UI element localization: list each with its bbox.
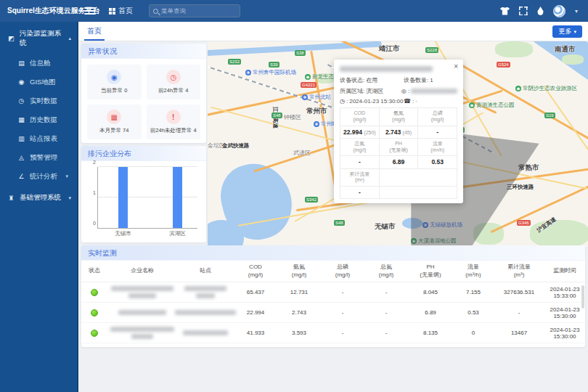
map-poi[interactable]: ♣常阴沙生态农业旅游区 [515,85,577,92]
column-label: 总氮 [364,264,408,271]
table-row[interactable]: 22.9942.743--6.890.53-2024-01-23 15:30:0… [81,303,585,323]
redacted-text [183,330,228,335]
map-label[interactable]: 无锡市 [375,222,396,232]
metric-value: 2.743 (45) [380,126,419,139]
realtime-monitoring-panel: 实时监测 状态企业名称站点COD(mg/l)氨氮(mg/l)总磷(mg/l)总氮… [81,245,585,347]
gis-map[interactable]: 靖江市南通市常州市常熟市无锡市钟楼区武进区金坛区金武快速路三环快速路沪宜高速江宜… [208,41,588,247]
table-scrollbar[interactable] [581,285,584,309]
card-24h-unhandled-abnormal[interactable]: ! 前24h未处理异常 4 [147,105,201,139]
map-label[interactable]: 常州市 [306,107,327,116]
menu-search[interactable] [149,4,240,17]
sidebar-item-history-data[interactable]: ▦ 历史数据 [0,110,77,129]
map-label[interactable]: 靖江市 [379,44,400,54]
value-cell: 327636.531 [494,289,544,295]
station-name-redacted [177,286,234,298]
redacted-text [196,293,215,298]
sidebar-item-alert-management[interactable]: ◬ 预警管理 [0,148,77,167]
column-label: PH [408,264,453,271]
popup-time: 2024-01-23 15:30:00 [349,98,403,105]
region-value: 滨湖区 [366,87,383,95]
metric-unit: (m³) [341,177,378,184]
column-label: 监测时间 [544,267,585,274]
chart-gridline [98,197,197,197]
road-shield: G524 [497,62,510,68]
metric-label: 总磷 [419,110,456,117]
column-label: 状态 [81,267,107,274]
main-content: 首页 更多 ▾ 异常状况 ◉ 当前异常 0 ◷ 前24h异常 4 ▦ 本月异常 … [78,22,588,392]
map-railway [208,60,342,111]
location-pin-icon: ◎ [401,88,407,94]
x-axis-label: 滨湖区 [169,230,186,237]
search-input[interactable] [161,7,236,15]
card-current-abnormal[interactable]: ◉ 当前异常 0 [87,65,142,99]
y-axis-tick: 2 [89,160,96,165]
value-cell: - [321,330,364,336]
chart-bar[interactable] [173,167,182,228]
value-cell: 7.155 [453,289,494,295]
user-menu-chevron-icon[interactable]: ▾ [575,8,578,15]
sidebar-group-pollution-monitoring[interactable]: ◩ 污染源监测系统 ▴ [0,22,77,54]
table-row[interactable]: 41.9333.593--8.1350134672024-01-23 15:30… [81,323,585,343]
sidebar-item-realtime-data[interactable]: ◷ 实时数据 [0,91,77,110]
map-poi[interactable]: ✈常州北站 [302,94,331,101]
table-row[interactable]: 65.43712.731--8.0457.155327636.5312024-0… [81,282,585,303]
value-cell: 3.593 [277,330,321,336]
metric-header: 总磷(mg/l) [418,108,457,126]
theme-skin-icon[interactable] [500,7,510,15]
column-header: 监测时间 [544,267,585,274]
sidebar-group-label: 污染源监测系统 [20,29,64,48]
card-month-abnormal[interactable]: ▦ 本月异常 74 [87,105,142,139]
value-cell: - [494,309,544,316]
metric-header: 累计流量(m³) [340,169,380,187]
park-icon: ♣ [515,86,521,91]
metric-unit: (mg/l) [419,117,456,123]
road-shield: S228 [425,47,438,53]
status-cell [81,289,107,296]
metric-header: COD(mg/l) [340,108,380,126]
redacted-text [128,293,156,298]
column-label: 企业名称 [107,267,177,274]
value-cell: 8.135 [408,330,453,336]
sidebar-item-statistics[interactable]: ∠ 统计分析 ▾ [0,167,77,186]
more-button[interactable]: 更多 ▾ [552,25,582,38]
breadcrumb-home[interactable]: 首页 [118,6,133,16]
map-label[interactable]: 武进区 [293,149,311,157]
value-cell: - [364,330,408,336]
map-label[interactable]: 南通市 [555,45,576,54]
poi-label: 常州北站 [309,94,331,101]
close-icon[interactable]: × [454,62,458,70]
column-header: PH(无量纲) [408,264,453,279]
sidebar-item-station-report[interactable]: ▥ 站点报表 [0,129,77,148]
road-shield: S232 [228,59,241,65]
redacted-text [175,310,236,315]
tab-home[interactable]: 首页 [87,22,102,41]
hamburger-menu-icon[interactable] [84,6,96,16]
map-poi[interactable]: ✈常州奔牛国际机场 [245,69,296,76]
user-avatar[interactable] [553,5,565,17]
column-label: 累计流量 [494,264,544,271]
metric-standard: (250) [364,130,375,135]
search-icon [153,9,158,14]
map-label[interactable]: 金武快速路 [222,142,250,150]
metric-label: 流量 [419,141,456,147]
sidebar-group-base-management[interactable]: ♜ 基础管理系统 ▾ [0,186,77,208]
park-icon: ♣ [469,102,475,108]
metric-unit: (mg/l) [380,117,417,123]
chart-bar[interactable] [118,167,128,228]
map-label[interactable]: 钟楼区 [284,113,301,121]
warning-icon: ! [166,110,181,124]
sidebar-item-gis-map[interactable]: ◉ GIS地图 [0,73,77,91]
card-24h-abnormal[interactable]: ◷ 前24h异常 4 [147,65,201,99]
sidebar-item-info-cabin[interactable]: ▤ 信息舱 [0,54,77,73]
building-icon: ♜ [7,195,15,202]
column-unit: (mg/l) [234,271,277,279]
company-name-redacted [107,327,177,339]
flame-icon[interactable] [537,7,544,15]
popup-phone: · [415,98,417,105]
column-unit: (mg/l) [364,271,408,279]
map-poi[interactable]: ♣黄泗浦生态公园 [469,102,515,109]
fullscreen-icon[interactable] [519,7,528,15]
station-info-popup: × 设备状态: 在用 设备数量: 1 所属区域: 滨湖区 ◎: ◷: 2024-… [334,60,463,203]
compass-icon: ◉ [17,78,25,86]
breadcrumb[interactable]: 首页 [109,6,133,16]
